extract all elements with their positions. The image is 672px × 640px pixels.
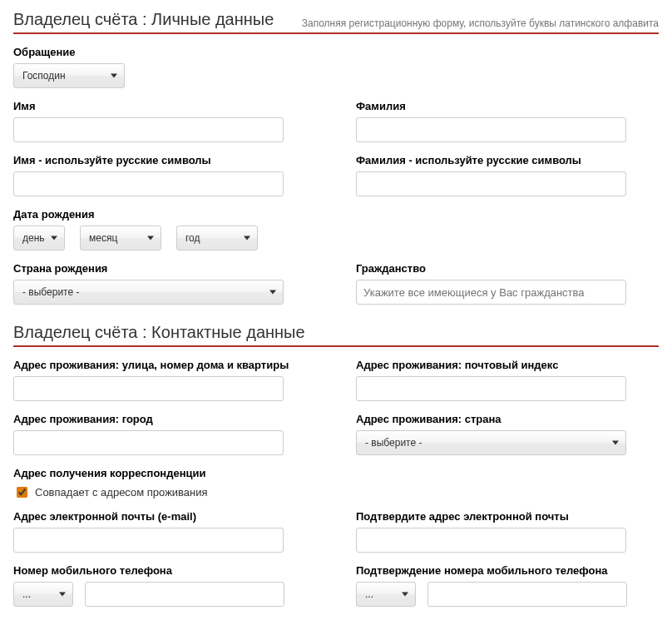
email-label: Адрес электронной почты (e-mail) <box>13 510 316 523</box>
last-name-ru-label: Фамилия - используйте русские символы <box>356 154 659 166</box>
dob-day-value: день <box>22 232 45 244</box>
dob-year-select[interactable]: год <box>176 226 258 251</box>
dob-month-value: месяц <box>89 232 117 244</box>
corr-same-row[interactable]: Совпадает с адресом проживания <box>13 484 659 500</box>
addr-zip-input[interactable] <box>356 376 626 401</box>
first-name-input[interactable] <box>13 117 284 142</box>
birth-country-label: Страна рождения <box>13 262 316 275</box>
salutation-label: Обращение <box>13 46 316 58</box>
addr-city-label: Адрес проживания: город <box>13 413 316 425</box>
chevron-down-icon <box>612 441 619 445</box>
addr-street-label: Адрес проживания: улица, номер дома и кв… <box>13 359 316 371</box>
section-personal-header: Владелец счёта : Личные данные Заполняя … <box>13 10 659 34</box>
first-name-ru-label: Имя - используйте русские символы <box>13 154 316 166</box>
dob-month-select[interactable]: месяц <box>80 226 161 251</box>
section-personal-title: Владелец счёта : Личные данные <box>13 10 274 29</box>
birth-country-select[interactable]: - выберите - <box>13 280 284 305</box>
birth-country-value: - выберите - <box>22 286 79 298</box>
last-name-label: Фамилия <box>356 100 659 112</box>
chevron-down-icon <box>244 236 250 241</box>
addr-country-label: Адрес проживания: страна <box>356 413 659 425</box>
addr-street-input[interactable] <box>13 376 284 401</box>
email-input[interactable] <box>13 528 284 553</box>
mobile-label: Номер мобильного телефона <box>13 564 316 577</box>
last-name-ru-input[interactable] <box>356 171 626 196</box>
salutation-select[interactable]: Господин <box>13 63 125 88</box>
section-contact-header: Владелец счёта : Контактные данные <box>13 323 659 347</box>
mobile-code-select[interactable]: ... <box>13 582 73 607</box>
mobile-number-input[interactable] <box>85 582 284 607</box>
mobile-confirm-number-input[interactable] <box>427 582 627 607</box>
addr-country-value: - выберите - <box>365 437 422 449</box>
chevron-down-icon <box>147 236 154 241</box>
first-name-label: Имя <box>13 100 316 112</box>
corr-addr-label: Адрес получения корреспонденции <box>13 467 659 479</box>
mobile-confirm-label: Подтверждение номера мобильного телефона <box>356 564 659 577</box>
mobile-confirm-code-select[interactable]: ... <box>356 582 416 607</box>
mobile-code-value: ... <box>22 588 31 600</box>
dob-label: Дата рождения <box>13 208 316 221</box>
addr-country-select[interactable]: - выберите - <box>356 430 626 455</box>
addr-city-input[interactable] <box>13 430 284 455</box>
mobile-confirm-code-value: ... <box>365 588 373 600</box>
section-personal-hint: Заполняя регистрационную форму, использу… <box>302 17 659 29</box>
chevron-down-icon <box>111 74 117 78</box>
chevron-down-icon <box>269 290 276 295</box>
citizenship-label: Гражданство <box>356 262 659 275</box>
chevron-down-icon <box>59 593 66 597</box>
addr-zip-label: Адрес проживания: почтовый индекс <box>356 359 659 371</box>
citizenship-input[interactable] <box>356 280 626 305</box>
chevron-down-icon <box>51 236 57 241</box>
email-confirm-input[interactable] <box>356 528 626 553</box>
dob-year-value: год <box>185 232 200 244</box>
section-contact-title: Владелец счёта : Контактные данные <box>13 323 305 342</box>
first-name-ru-input[interactable] <box>13 171 284 196</box>
dob-day-select[interactable]: день <box>13 226 65 251</box>
last-name-input[interactable] <box>356 117 626 142</box>
corr-same-label: Совпадает с адресом проживания <box>35 486 208 499</box>
chevron-down-icon <box>402 593 408 597</box>
corr-same-checkbox[interactable] <box>17 487 27 498</box>
salutation-value: Господин <box>22 70 66 82</box>
email-confirm-label: Подтвердите адрес электронной почты <box>356 510 659 523</box>
